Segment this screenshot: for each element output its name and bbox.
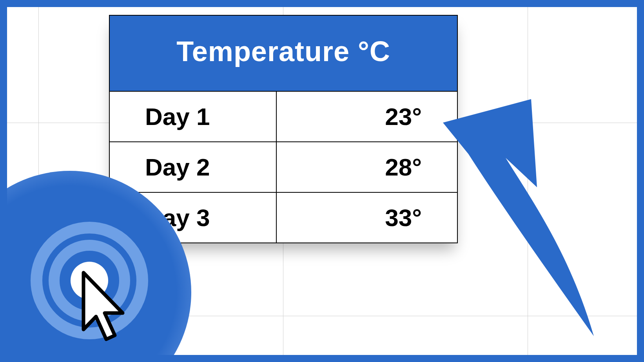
row-label-cell[interactable]: Day 1 <box>109 91 276 142</box>
temperature-table: Temperature °C Day 1 23° Day 2 28° Day 3… <box>109 15 458 243</box>
cursor-icon <box>76 269 134 343</box>
table-row: Day 2 28° <box>109 142 457 192</box>
curved-arrow-icon <box>425 99 621 338</box>
row-label-cell[interactable]: Day 2 <box>109 142 276 192</box>
table-header[interactable]: Temperature °C <box>109 15 457 91</box>
table-row: Day 1 23° <box>109 91 457 142</box>
